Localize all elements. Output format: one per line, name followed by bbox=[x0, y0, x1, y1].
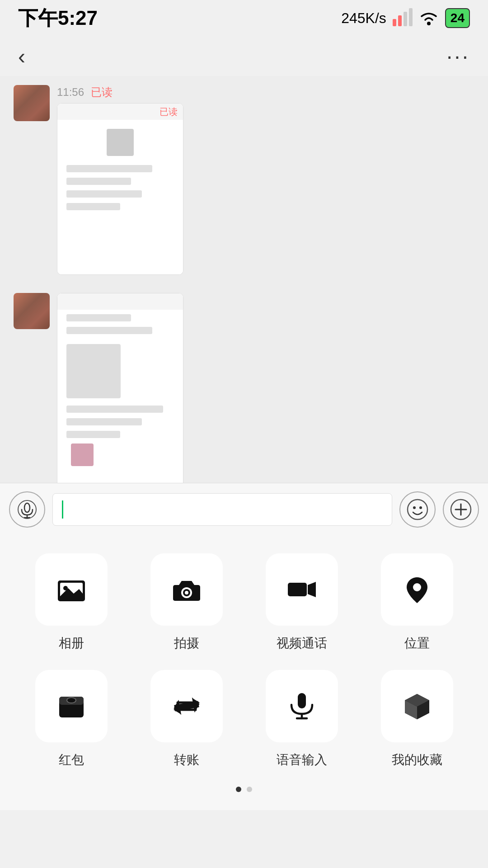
wifi-icon bbox=[419, 10, 439, 26]
voice-input-label: 语音输入 bbox=[277, 751, 327, 769]
red-packet-icon bbox=[56, 690, 87, 722]
avatar bbox=[14, 85, 50, 121]
dot-active bbox=[236, 787, 241, 792]
screenshot-content-2 bbox=[57, 406, 183, 438]
transfer-label: 转账 bbox=[174, 751, 199, 769]
status-time: 下午5:27 bbox=[18, 5, 98, 32]
svg-marker-21 bbox=[308, 582, 316, 597]
screenshot-topbar: 已读 bbox=[57, 104, 183, 120]
emoji-button[interactable] bbox=[399, 491, 436, 528]
location-icon-wrap bbox=[381, 553, 453, 626]
back-button[interactable]: ‹ bbox=[18, 44, 25, 69]
voice-input-icon-wrap bbox=[266, 670, 338, 742]
screenshot-image-placeholder bbox=[107, 129, 134, 156]
favorites-icon-wrap bbox=[381, 670, 453, 742]
red-packet-label: 红包 bbox=[59, 751, 84, 769]
svg-point-8 bbox=[413, 506, 416, 509]
signal-bar-3 bbox=[404, 12, 407, 26]
action-item-video-call[interactable]: 视频通话 bbox=[249, 553, 355, 652]
nav-bar: ‹ ··· bbox=[0, 36, 488, 76]
video-icon bbox=[286, 574, 318, 605]
svg-point-0 bbox=[427, 22, 431, 25]
dot-indicator bbox=[18, 787, 470, 801]
screenshot-bubble: 已读 bbox=[57, 103, 183, 275]
voice-button[interactable] bbox=[9, 491, 45, 528]
text-input-field[interactable] bbox=[52, 493, 392, 526]
svg-point-9 bbox=[419, 506, 422, 509]
svg-point-25 bbox=[67, 698, 76, 703]
svg-marker-27 bbox=[172, 697, 200, 716]
album-icon bbox=[56, 574, 87, 605]
text-cursor bbox=[62, 500, 63, 519]
screenshot-pink-placeholder bbox=[71, 443, 94, 466]
svg-rect-30 bbox=[298, 693, 306, 708]
message-read-status: 已读 bbox=[91, 86, 113, 98]
signal-bar-2 bbox=[398, 15, 402, 26]
red-packet-icon-wrap bbox=[35, 670, 108, 742]
screenshot-topbar-2 bbox=[57, 293, 183, 310]
transfer-icon-wrap bbox=[150, 670, 223, 742]
location-icon bbox=[401, 574, 433, 605]
battery-indicator: 24 bbox=[445, 8, 470, 28]
message-meta: 11:56 已读 bbox=[57, 85, 183, 99]
action-item-favorites[interactable]: 我的收藏 bbox=[364, 670, 470, 769]
battery-level: 24 bbox=[450, 11, 465, 25]
status-bar: 下午5:27 245K/s 24 bbox=[0, 0, 488, 36]
dot-inactive bbox=[247, 787, 252, 792]
svg-point-22 bbox=[413, 583, 421, 591]
camera-icon-wrap bbox=[150, 553, 223, 626]
screenshot-bubble-2 bbox=[57, 293, 183, 483]
emoji-icon bbox=[407, 499, 428, 520]
video-icon-wrap bbox=[266, 553, 338, 626]
action-item-camera[interactable]: 拍摄 bbox=[133, 553, 239, 652]
signal-bar-4 bbox=[409, 8, 413, 26]
action-panel: 相册 拍摄 视频通话 bbox=[0, 535, 488, 810]
svg-rect-20 bbox=[288, 583, 307, 596]
voice-icon bbox=[17, 500, 37, 519]
location-label: 位置 bbox=[404, 635, 430, 652]
album-label: 相册 bbox=[59, 635, 84, 652]
camera-label: 拍摄 bbox=[174, 635, 199, 652]
message-time: 11:56 bbox=[57, 86, 84, 98]
action-item-transfer[interactable]: 转账 bbox=[133, 670, 239, 769]
chat-area: 11:56 已读 已读 bbox=[0, 76, 488, 483]
svg-point-4 bbox=[24, 503, 30, 512]
signal-bars bbox=[393, 10, 413, 26]
more-button[interactable]: ··· bbox=[446, 44, 470, 69]
message-bubble-wrap-2 bbox=[57, 293, 183, 483]
favorites-label: 我的收藏 bbox=[392, 751, 442, 769]
svg-point-16 bbox=[63, 586, 68, 590]
favorites-icon bbox=[401, 690, 433, 722]
svg-point-7 bbox=[408, 500, 427, 519]
video-call-label: 视频通话 bbox=[277, 635, 327, 652]
album-icon-wrap bbox=[35, 553, 108, 626]
action-item-album[interactable]: 相册 bbox=[18, 553, 124, 652]
plus-icon bbox=[450, 499, 472, 520]
message-item-2 bbox=[14, 293, 474, 483]
network-speed: 245K/s bbox=[341, 10, 386, 27]
message-item: 11:56 已读 已读 bbox=[14, 85, 474, 275]
avatar-2 bbox=[14, 293, 50, 329]
add-button[interactable] bbox=[443, 491, 479, 528]
action-item-voice-input[interactable]: 语音输入 bbox=[249, 670, 355, 769]
voice-input-icon bbox=[286, 690, 318, 722]
status-right-area: 245K/s 24 bbox=[341, 8, 470, 28]
action-item-red-packet[interactable]: 红包 bbox=[18, 670, 124, 769]
svg-point-19 bbox=[185, 591, 188, 594]
signal-bar-1 bbox=[393, 19, 396, 26]
input-area bbox=[0, 483, 488, 535]
action-item-location[interactable]: 位置 bbox=[364, 553, 470, 652]
screenshot-content bbox=[57, 165, 183, 210]
transfer-icon bbox=[171, 690, 202, 722]
message-bubble-wrap: 11:56 已读 已读 bbox=[57, 85, 183, 275]
action-grid: 相册 拍摄 视频通话 bbox=[18, 553, 470, 769]
camera-icon bbox=[171, 574, 202, 605]
